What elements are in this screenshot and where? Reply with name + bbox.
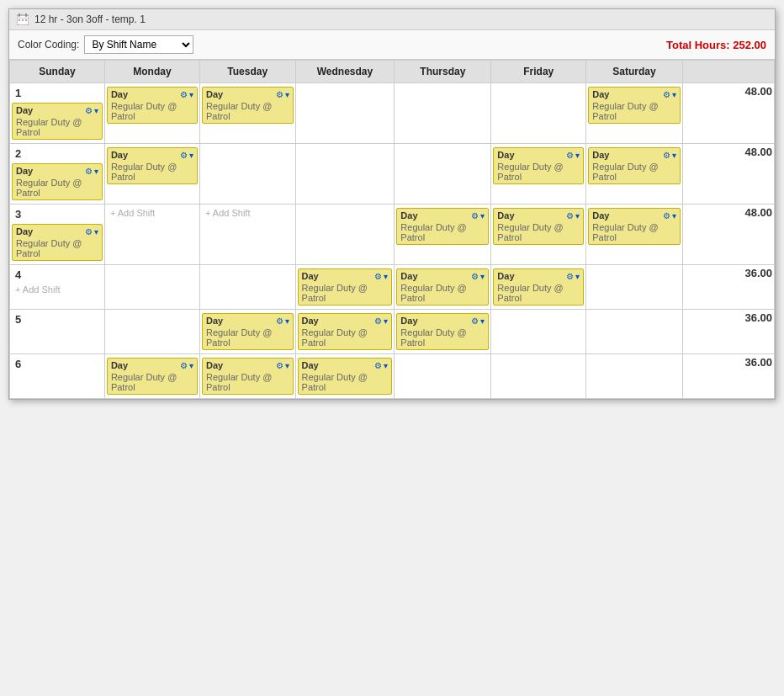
gear-icon[interactable]: ⚙ [85,227,93,236]
gear-icon[interactable]: ⚙ [663,151,670,160]
arrow-icon[interactable]: ▾ [94,167,98,176]
add-shift-button[interactable]: + Add Shift [202,206,294,220]
gear-icon[interactable]: ⚙ [374,361,382,370]
gear-icon[interactable]: ⚙ [180,361,188,370]
gear-icon[interactable]: ⚙ [374,272,382,281]
gear-icon[interactable]: ⚙ [180,90,188,99]
arrow-icon[interactable]: ▾ [384,316,388,326]
shift-controls[interactable]: ⚙▾ [85,227,98,236]
gear-icon[interactable]: ⚙ [471,316,479,326]
shift-controls[interactable]: ⚙▾ [180,90,193,99]
gear-icon[interactable]: ⚙ [180,151,188,160]
shift-controls[interactable]: ⚙▾ [471,211,485,220]
shift-header: Day⚙▾ [400,210,485,220]
arrow-icon[interactable]: ▾ [480,211,485,220]
shift-controls[interactable]: ⚙▾ [566,211,580,220]
gear-icon[interactable]: ⚙ [374,316,382,326]
calendar-week-row-4: 4+ Add ShiftDay⚙▾Regular Duty @ PatrolDa… [10,265,775,310]
arrow-icon[interactable]: ▾ [94,227,98,236]
shift-controls[interactable]: ⚙▾ [663,90,676,99]
gear-icon[interactable]: ⚙ [276,361,283,370]
shift-duty: Regular Duty @ Patrol [497,283,580,303]
gear-icon[interactable]: ⚙ [471,272,479,281]
arrow-icon[interactable]: ▾ [285,361,289,370]
arrow-icon[interactable]: ▾ [189,361,193,370]
shift-controls[interactable]: ⚙▾ [374,361,388,370]
gear-icon[interactable]: ⚙ [276,90,283,99]
arrow-icon[interactable]: ▾ [575,211,580,220]
header-tuesday: Tuesday [199,61,295,83]
shift-controls[interactable]: ⚙▾ [566,151,580,160]
add-shift-button[interactable]: + Add Shift [107,206,198,220]
arrow-icon[interactable]: ▾ [285,90,289,99]
shift-controls[interactable]: ⚙▾ [85,167,98,176]
shift-controls[interactable]: ⚙▾ [374,272,388,281]
shift-name: Day [206,89,223,99]
shift-duty: Regular Duty @ Patrol [16,178,98,198]
total-hours: Total Hours: 252.00 [666,39,766,51]
shift-controls[interactable]: ⚙▾ [276,316,289,326]
shift-name: Day [111,89,128,99]
calendar-cell-w6-d1: Day⚙▾Regular Duty @ Patrol [104,354,199,399]
shift-header: Day⚙▾ [302,316,389,326]
calendar-cell-w1-d2: Day⚙▾Regular Duty @ Patrol [199,83,295,144]
arrow-icon[interactable]: ▾ [672,211,676,220]
header-thursday: Thursday [395,61,491,83]
arrow-icon[interactable]: ▾ [94,106,98,115]
arrow-icon[interactable]: ▾ [285,316,289,326]
gear-icon[interactable]: ⚙ [663,90,670,99]
shift-controls[interactable]: ⚙▾ [471,316,485,326]
shift-controls[interactable]: ⚙▾ [374,316,388,326]
header-monday: Monday [104,61,199,83]
shift-header: Day⚙▾ [111,360,193,370]
gear-icon[interactable]: ⚙ [85,167,93,176]
shift-controls[interactable]: ⚙▾ [566,272,580,281]
calendar-cell-w1-d3 [295,83,395,144]
calendar-cell-w5-d1 [104,310,199,354]
arrow-icon[interactable]: ▾ [189,151,193,160]
shift-controls[interactable]: ⚙▾ [663,211,676,220]
arrow-icon[interactable]: ▾ [480,316,485,326]
calendar-cell-w5-d2: Day⚙▾Regular Duty @ Patrol [199,310,295,354]
calendar-cell-w3-d0: 3Day⚙▾Regular Duty @ Patrol [10,205,105,265]
shift-controls[interactable]: ⚙▾ [85,106,98,115]
shift-card: Day⚙▾Regular Duty @ Patrol [493,208,584,245]
arrow-icon[interactable]: ▾ [480,272,485,281]
gear-icon[interactable]: ⚙ [663,211,670,220]
add-shift-button[interactable]: + Add Shift [12,283,103,296]
calendar-cell-w5-d0: 5 [10,310,105,354]
gear-icon[interactable]: ⚙ [566,272,574,281]
shift-controls[interactable]: ⚙▾ [663,151,676,160]
gear-icon[interactable]: ⚙ [85,106,93,115]
toolbar: Color Coding: By Shift NameBy Department… [9,30,775,60]
calendar-cell-w3-d5: Day⚙▾Regular Duty @ Patrol [491,205,586,265]
arrow-icon[interactable]: ▾ [575,151,580,160]
arrow-icon[interactable]: ▾ [384,361,388,370]
shift-name: Day [497,271,514,281]
shift-controls[interactable]: ⚙▾ [471,272,485,281]
arrow-icon[interactable]: ▾ [189,90,193,99]
week-number-3: 3 [12,206,103,222]
gear-icon[interactable]: ⚙ [276,316,283,326]
shift-header: Day⚙▾ [497,271,580,281]
calendar-cell-w3-d3 [295,205,395,265]
gear-icon[interactable]: ⚙ [566,151,574,160]
color-coding-select[interactable]: By Shift NameBy DepartmentBy Job [84,35,193,54]
arrow-icon[interactable]: ▾ [672,151,676,160]
shift-header: Day⚙▾ [206,360,289,370]
arrow-icon[interactable]: ▾ [384,272,388,281]
shift-card: Day⚙▾Regular Duty @ Patrol [298,268,393,305]
arrow-icon[interactable]: ▾ [575,272,580,281]
shift-name: Day [16,105,33,115]
shift-controls[interactable]: ⚙▾ [180,151,193,160]
gear-icon[interactable]: ⚙ [471,211,479,220]
calendar-week-row-1: 1Day⚙▾Regular Duty @ PatrolDay⚙▾Regular … [10,83,775,144]
shift-card: Day⚙▾Regular Duty @ Patrol [202,313,294,350]
arrow-icon[interactable]: ▾ [672,90,676,99]
shift-controls[interactable]: ⚙▾ [180,361,193,370]
shift-controls[interactable]: ⚙▾ [276,361,289,370]
gear-icon[interactable]: ⚙ [566,211,574,220]
calendar-cell-w1-d0: 1Day⚙▾Regular Duty @ Patrol [10,83,105,144]
shift-controls[interactable]: ⚙▾ [276,90,289,99]
calendar-cell-w4-d3: Day⚙▾Regular Duty @ Patrol [295,265,395,310]
